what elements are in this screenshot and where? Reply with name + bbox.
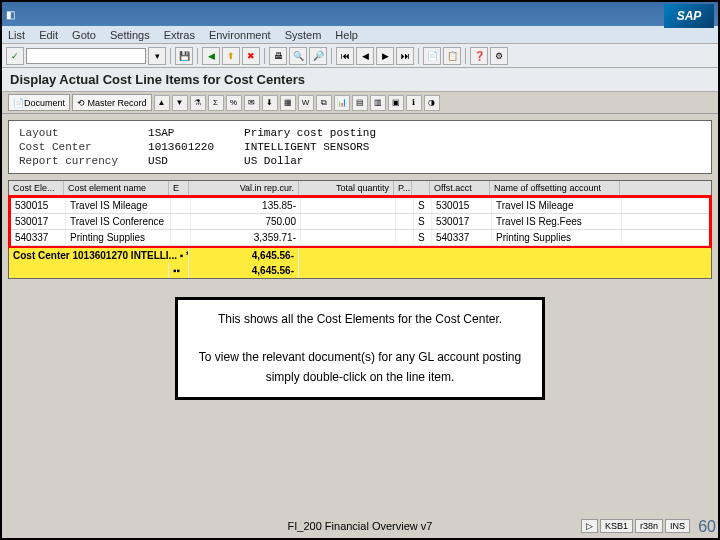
col-value[interactable]: Val.in rep.cur. [189, 181, 299, 195]
instruction-line2: To view the relevant document(s) for any… [192, 348, 528, 386]
sum-icon[interactable]: Σ [208, 95, 224, 111]
highlighted-rows: 530015 Travel IS Mileage 135.85- S 53001… [8, 195, 712, 249]
menu-system[interactable]: System [285, 29, 322, 41]
cancel-icon[interactable]: ✖ [242, 47, 260, 65]
status-tcode: KSB1 [600, 519, 633, 533]
app-menu-icon[interactable]: ◧ [6, 9, 15, 20]
command-field[interactable] [26, 48, 146, 64]
menubar: List Edit Goto Settings Extras Environme… [2, 26, 718, 44]
document-button[interactable]: 📄 Document [8, 94, 70, 111]
layout-save-icon[interactable]: ▣ [388, 95, 404, 111]
status-system: r38n [635, 519, 663, 533]
layout-change-icon[interactable]: ▤ [352, 95, 368, 111]
currency-label: Report currency [19, 155, 118, 167]
col-costelem[interactable]: Cost Ele... [9, 181, 64, 195]
table-row[interactable]: 530017 Travel IS Conference 750.00 S 530… [11, 214, 709, 230]
instruction-callout: This shows all the Cost Elements for the… [175, 297, 545, 400]
menu-help[interactable]: Help [335, 29, 358, 41]
back-icon[interactable]: ◀ [202, 47, 220, 65]
selections-icon[interactable]: ◑ [424, 95, 440, 111]
status-mode: INS [665, 519, 690, 533]
footer-title: FI_200 Financial Overview v7 [288, 520, 433, 532]
line-items-grid: Cost Ele... Cost element name E Val.in r… [8, 180, 712, 279]
titlebar: ◧ ▁ ▢ ✕ SAP [2, 2, 718, 26]
find-icon[interactable]: 🔍 [289, 47, 307, 65]
word-icon[interactable]: W [298, 95, 314, 111]
col-elemname[interactable]: Cost element name [64, 181, 169, 195]
menu-environment[interactable]: Environment [209, 29, 271, 41]
col-s[interactable] [412, 181, 430, 195]
prev-page-icon[interactable]: ◀ [356, 47, 374, 65]
subtotal-icon[interactable]: % [226, 95, 242, 111]
layout-label: Layout [19, 127, 118, 139]
master-record-button[interactable]: ⟲ Master Record [72, 94, 152, 111]
layout-icon[interactable]: ⚙ [490, 47, 508, 65]
menu-edit[interactable]: Edit [39, 29, 58, 41]
table-row[interactable]: 530015 Travel IS Mileage 135.85- S 53001… [11, 198, 709, 214]
excel-icon[interactable]: ▦ [280, 95, 296, 111]
sort-asc-icon[interactable]: ▲ [154, 95, 170, 111]
slide-number: 60 [698, 518, 716, 536]
selection-info-panel: Layout Cost Center Report currency 1SAP … [8, 120, 712, 174]
application-toolbar: 📄 Document ⟲ Master Record ▲ ▼ ⚗ Σ % ✉ ⬇… [2, 92, 718, 114]
chart-icon[interactable]: 📊 [334, 95, 350, 111]
export-icon[interactable]: ⬇ [262, 95, 278, 111]
costcenter-desc: INTELLIGENT SENSORS [244, 141, 376, 153]
first-page-icon[interactable]: ⏮ [336, 47, 354, 65]
info-icon[interactable]: ℹ [406, 95, 422, 111]
enter-icon[interactable]: ✓ [6, 47, 24, 65]
col-e[interactable]: E [169, 181, 189, 195]
status-bar: ▷ KSB1 r38n INS [581, 519, 690, 533]
costcenter-value: 1013601220 [148, 141, 214, 153]
help-icon[interactable]: ❓ [470, 47, 488, 65]
menu-extras[interactable]: Extras [164, 29, 195, 41]
col-offsetname[interactable]: Name of offsetting account [490, 181, 620, 195]
status-nav[interactable]: ▷ [581, 519, 598, 533]
costcenter-label: Cost Center [19, 141, 118, 153]
grand-total-row[interactable]: ▪▪ 4,645.56- [9, 263, 711, 278]
sort-desc-icon[interactable]: ▼ [172, 95, 188, 111]
sap-logo: SAP [664, 4, 714, 28]
table-row[interactable]: 540337 Printing Supplies 3,359.71- S 540… [11, 230, 709, 246]
standard-toolbar: ✓ ▾ 💾 ◀ ⬆ ✖ 🖶 🔍 🔎 ⏮ ◀ ▶ ⏭ 📄 📋 ❓ ⚙ [2, 44, 718, 68]
grid-header: Cost Ele... Cost element name E Val.in r… [9, 181, 711, 196]
page-title: Display Actual Cost Line Items for Cost … [2, 68, 718, 92]
menu-goto[interactable]: Goto [72, 29, 96, 41]
filter-icon[interactable]: ⚗ [190, 95, 206, 111]
layout-select-icon[interactable]: ▥ [370, 95, 386, 111]
menu-list[interactable]: List [8, 29, 25, 41]
print-icon[interactable]: 🖶 [269, 47, 287, 65]
col-offset[interactable]: Offst.acct [430, 181, 490, 195]
subtotal-row[interactable]: Cost Center 1013601270 INTELLI... ▪ * 4,… [9, 248, 711, 263]
dropdown-icon[interactable]: ▾ [148, 47, 166, 65]
findnext-icon[interactable]: 🔎 [309, 47, 327, 65]
currency-desc: US Dollar [244, 155, 376, 167]
mail-icon[interactable]: ✉ [244, 95, 260, 111]
layout-value: 1SAP [148, 127, 214, 139]
currency-value: USD [148, 155, 214, 167]
instruction-line1: This shows all the Cost Elements for the… [192, 310, 528, 329]
footer: FI_200 Financial Overview v7 ▷ KSB1 r38n… [2, 516, 718, 536]
next-page-icon[interactable]: ▶ [376, 47, 394, 65]
save-icon[interactable]: 💾 [175, 47, 193, 65]
layout-desc: Primary cost posting [244, 127, 376, 139]
create-session-icon[interactable]: 📄 [423, 47, 441, 65]
col-qty[interactable]: Total quantity [299, 181, 394, 195]
abc-icon[interactable]: ⧉ [316, 95, 332, 111]
last-page-icon[interactable]: ⏭ [396, 47, 414, 65]
exit-icon[interactable]: ⬆ [222, 47, 240, 65]
menu-settings[interactable]: Settings [110, 29, 150, 41]
col-p[interactable]: P... [394, 181, 412, 195]
shortcut-icon[interactable]: 📋 [443, 47, 461, 65]
